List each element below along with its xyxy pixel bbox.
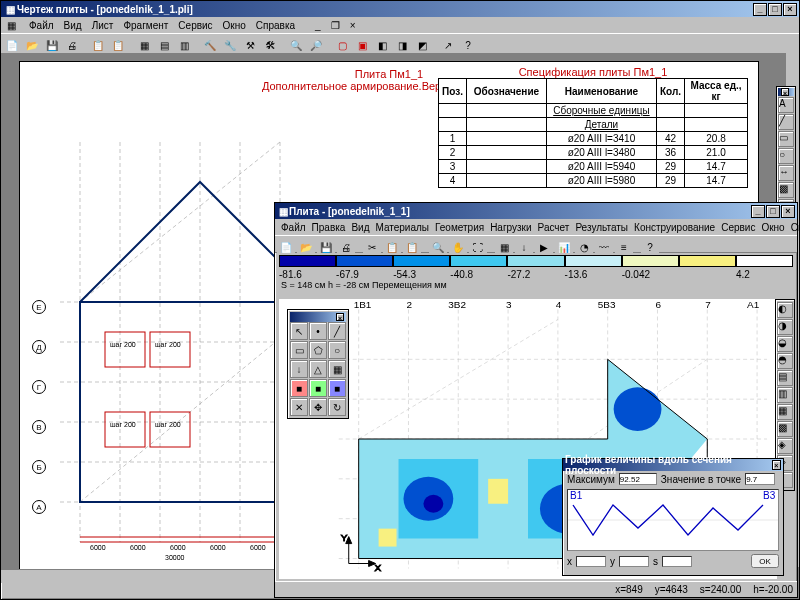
arrow-icon[interactable]: ↗ xyxy=(439,36,457,54)
child-minimize-button[interactable]: _ xyxy=(751,205,765,218)
menu-view[interactable]: Вид xyxy=(64,20,82,31)
vtb-rect-icon[interactable]: ▭ xyxy=(778,131,794,147)
vtb-text-icon[interactable]: A xyxy=(778,97,794,113)
palette-close-icon[interactable]: × xyxy=(336,313,344,321)
vtb-circle-icon[interactable]: ○ xyxy=(778,148,794,164)
c-run-icon[interactable]: ▶ xyxy=(535,238,553,256)
cvt-3-icon[interactable]: ◒ xyxy=(777,336,793,352)
c-pan-icon[interactable]: ✋ xyxy=(449,238,467,256)
menu-window[interactable]: Окно xyxy=(223,20,246,31)
pal-load-icon[interactable]: ↓ xyxy=(290,360,308,378)
cvt-9-icon[interactable]: ◈ xyxy=(777,438,793,454)
grid3-icon[interactable]: ▥ xyxy=(175,36,193,54)
menu-service[interactable]: Сервис xyxy=(178,20,212,31)
graph-s-input[interactable] xyxy=(662,556,692,567)
pal-grn-icon[interactable]: ■ xyxy=(309,379,327,397)
hammer-icon[interactable]: 🔨 xyxy=(201,36,219,54)
graph-panel[interactable]: График величины вдоль сечения плоскости … xyxy=(562,458,784,576)
open-icon[interactable]: 📂 xyxy=(23,36,41,54)
c-help-icon[interactable]: ? xyxy=(641,238,659,256)
graph-titlebar[interactable]: График величины вдоль сечения плоскости … xyxy=(563,459,783,471)
c-res-icon[interactable]: 📊 xyxy=(555,238,573,256)
cvt-2-icon[interactable]: ◑ xyxy=(777,319,793,335)
child-maximize-button[interactable]: □ xyxy=(766,205,780,218)
vtb-line-icon[interactable]: ╱ xyxy=(778,114,794,130)
tool3-icon[interactable]: ⚒ xyxy=(241,36,259,54)
c-copy-icon[interactable]: 📋 xyxy=(383,238,401,256)
copy-icon[interactable]: 📋 xyxy=(89,36,107,54)
c-load-icon[interactable]: ↓ xyxy=(515,238,533,256)
zoom-in-icon[interactable]: 🔍 xyxy=(287,36,305,54)
graph-x-input[interactable] xyxy=(576,556,606,567)
c-new-icon[interactable]: 📄 xyxy=(277,238,295,256)
c-zoom-icon[interactable]: 🔍 xyxy=(429,238,447,256)
menu-file[interactable]: Файл xyxy=(29,20,54,31)
graph-ok-button[interactable]: OK xyxy=(751,554,779,568)
c-print-icon[interactable]: 🖨 xyxy=(337,238,355,256)
maximize-button[interactable]: □ xyxy=(768,3,782,16)
child-toolpalette[interactable]: × ↖•╱ ▭⬠○ ↓△▦ ■■■ ✕✥↻ xyxy=(287,309,349,419)
mdi-restore-button[interactable]: ❐ xyxy=(331,20,340,31)
graph-close-icon[interactable]: × xyxy=(772,460,781,470)
pal-red-icon[interactable]: ■ xyxy=(290,379,308,397)
child-close-button[interactable]: × xyxy=(781,205,795,218)
graph-max-input[interactable] xyxy=(619,473,657,485)
menu-fragment[interactable]: Фрагмент xyxy=(123,20,168,31)
pal-circ-icon[interactable]: ○ xyxy=(328,341,346,359)
eraser2-icon[interactable]: ◨ xyxy=(393,36,411,54)
vtb-hatch-icon[interactable]: ▩ xyxy=(778,182,794,198)
pal-del-icon[interactable]: ✕ xyxy=(290,398,308,416)
child-titlebar[interactable]: ▦ Плита - [ponedelnik_1_1] _ □ × xyxy=(275,203,797,219)
menu-help[interactable]: Справка xyxy=(256,20,295,31)
print-icon[interactable]: 🖨 xyxy=(63,36,81,54)
pal-sel-icon[interactable]: ↖ xyxy=(290,322,308,340)
c-arm-icon[interactable]: ≡ xyxy=(615,238,633,256)
c-def-icon[interactable]: 〰 xyxy=(595,238,613,256)
pal-sup-icon[interactable]: △ xyxy=(309,360,327,378)
pal-poly-icon[interactable]: ⬠ xyxy=(309,341,327,359)
minimize-button[interactable]: _ xyxy=(753,3,767,16)
mdi-close-button[interactable]: × xyxy=(350,20,356,31)
cvt-5-icon[interactable]: ▤ xyxy=(777,370,793,386)
pal-rect-icon[interactable]: ▭ xyxy=(290,341,308,359)
c-save-icon[interactable]: 💾 xyxy=(317,238,335,256)
c-open-icon[interactable]: 📂 xyxy=(297,238,315,256)
eraser3-icon[interactable]: ◩ xyxy=(413,36,431,54)
mdi-minimize-button[interactable]: _ xyxy=(315,20,321,31)
cvt-1-icon[interactable]: ◐ xyxy=(777,302,793,318)
graph-pt-input[interactable] xyxy=(745,473,775,485)
zoom-out-icon[interactable]: 🔎 xyxy=(307,36,325,54)
red2-icon[interactable]: ▣ xyxy=(353,36,371,54)
c-fit-icon[interactable]: ⛶ xyxy=(469,238,487,256)
cvt-4-icon[interactable]: ◓ xyxy=(777,353,793,369)
c-cut-icon[interactable]: ✂ xyxy=(363,238,381,256)
pal-line-icon[interactable]: ╱ xyxy=(328,322,346,340)
graph-y-input[interactable] xyxy=(619,556,649,567)
grid-icon[interactable]: ▦ xyxy=(135,36,153,54)
help-icon[interactable]: ? xyxy=(459,36,477,54)
pal-rot-icon[interactable]: ↻ xyxy=(328,398,346,416)
c-mesh-icon[interactable]: ▦ xyxy=(495,238,513,256)
cvt-8-icon[interactable]: ▩ xyxy=(777,421,793,437)
c-iso-icon[interactable]: ◔ xyxy=(575,238,593,256)
tool2-icon[interactable]: 🔧 xyxy=(221,36,239,54)
pal-mesh-icon[interactable]: ▦ xyxy=(328,360,346,378)
svg-point-55 xyxy=(423,495,443,513)
cvt-7-icon[interactable]: ▦ xyxy=(777,404,793,420)
close-button[interactable]: × xyxy=(783,3,797,16)
eraser-icon[interactable]: ◧ xyxy=(373,36,391,54)
pal-mov-icon[interactable]: ✥ xyxy=(309,398,327,416)
grid2-icon[interactable]: ▤ xyxy=(155,36,173,54)
save-icon[interactable]: 💾 xyxy=(43,36,61,54)
c-paste-icon[interactable]: 📋 xyxy=(403,238,421,256)
vtb-close-icon[interactable]: × xyxy=(781,88,789,96)
vtb-dim-icon[interactable]: ↔ xyxy=(778,165,794,181)
new-icon[interactable]: 📄 xyxy=(3,36,21,54)
pal-node-icon[interactable]: • xyxy=(309,322,327,340)
pal-blu-icon[interactable]: ■ xyxy=(328,379,346,397)
menu-sheet[interactable]: Лист xyxy=(92,20,114,31)
paste-icon[interactable]: 📋 xyxy=(109,36,127,54)
cvt-6-icon[interactable]: ▥ xyxy=(777,387,793,403)
red1-icon[interactable]: ▢ xyxy=(333,36,351,54)
tool4-icon[interactable]: 🛠 xyxy=(261,36,279,54)
